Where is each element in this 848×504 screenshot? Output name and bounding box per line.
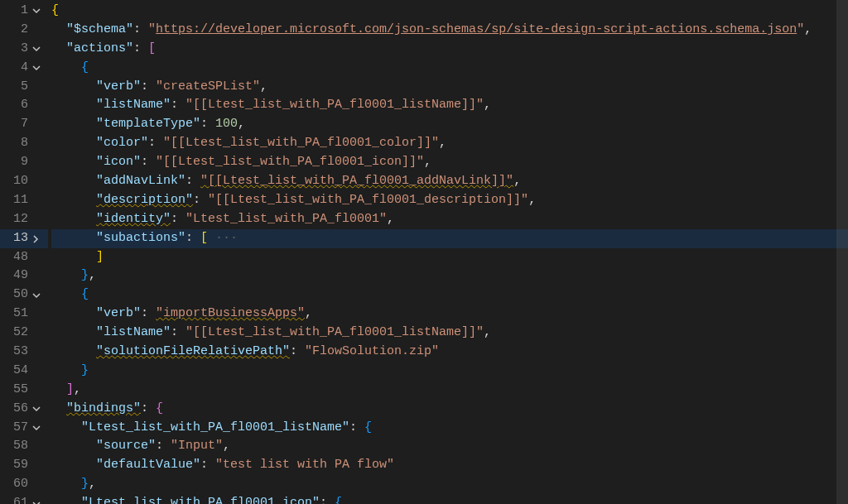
line-number: 61 xyxy=(7,494,28,504)
gutter-line: 57 xyxy=(0,419,48,438)
punctuation xyxy=(51,437,96,456)
punctuation: : xyxy=(193,191,208,210)
gutter-line: 49 xyxy=(0,266,48,286)
vertical-scrollbar[interactable] xyxy=(836,0,848,504)
code-line[interactable]: ], xyxy=(51,381,848,400)
punctuation xyxy=(51,153,96,172)
fold-expanded-icon[interactable] xyxy=(28,63,43,73)
code-line[interactable]: }, xyxy=(51,475,848,494)
code-line[interactable]: "addNavLink": "[[Ltest_list_with_PA_fl00… xyxy=(51,172,848,191)
gutter-line: 5 xyxy=(0,78,48,97)
json-string: "[[Ltest_list_with_PA_fl0001_color]]" xyxy=(163,134,439,153)
gutter-line: 6 xyxy=(0,96,48,115)
code-line[interactable]: "source": "Input", xyxy=(51,437,848,456)
line-number: 4 xyxy=(7,59,28,78)
fold-collapsed-icon[interactable] xyxy=(28,233,43,243)
line-number: 48 xyxy=(7,248,28,267)
punctuation: { xyxy=(51,2,59,21)
code-line[interactable]: "Ltest_list_with_PA_fl0001_icon": { xyxy=(51,494,848,504)
code-line[interactable]: { xyxy=(51,59,848,78)
line-number: 12 xyxy=(7,210,28,229)
punctuation: [ xyxy=(148,40,156,59)
punctuation xyxy=(51,229,96,248)
json-key: "verb" xyxy=(96,305,141,324)
code-line[interactable]: "bindings": { xyxy=(51,400,848,419)
line-number: 9 xyxy=(7,153,28,172)
json-key: "listName" xyxy=(96,96,171,115)
gutter-line: 54 xyxy=(0,362,48,381)
json-string: "[[Ltest_list_with_PA_fl0001_addNavLink]… xyxy=(200,172,513,191)
code-line[interactable]: { xyxy=(51,2,848,21)
code-line[interactable]: ] xyxy=(51,248,848,267)
code-line[interactable]: "description": "[[Ltest_list_with_PA_fl0… xyxy=(51,191,848,210)
json-key: "solutionFileRelativePath" xyxy=(96,343,290,362)
code-line[interactable]: "$schema": "https://developer.microsoft.… xyxy=(51,21,848,40)
fold-expanded-icon[interactable] xyxy=(28,6,43,16)
punctuation xyxy=(51,456,96,475)
gutter: 1234567891011121348495051525354555657585… xyxy=(0,0,48,504)
fold-ellipsis: ··· xyxy=(208,229,238,248)
gutter-line: 3 xyxy=(0,40,48,59)
code-area[interactable]: { "$schema": "https://developer.microsof… xyxy=(48,0,848,504)
gutter-line: 12 xyxy=(0,210,48,229)
fold-expanded-icon[interactable] xyxy=(28,44,43,54)
gutter-line: 13 xyxy=(0,229,48,248)
punctuation xyxy=(51,400,66,419)
gutter-line: 51 xyxy=(0,305,48,324)
punctuation: , xyxy=(89,475,96,494)
code-line[interactable]: "verb": "createSPList", xyxy=(51,78,848,97)
line-number: 6 xyxy=(7,96,28,115)
code-line[interactable]: }, xyxy=(51,266,848,286)
punctuation: : xyxy=(141,305,156,324)
code-line[interactable]: "listName": "[[Ltest_list_with_PA_fl0001… xyxy=(51,96,848,115)
fold-expanded-icon[interactable] xyxy=(28,290,43,300)
gutter-line: 61 xyxy=(0,494,48,504)
punctuation: } xyxy=(81,475,89,494)
scrollbar-thumb[interactable] xyxy=(836,0,848,504)
json-key: "subactions" xyxy=(96,229,186,248)
line-number: 52 xyxy=(7,324,28,343)
code-line[interactable]: } xyxy=(51,362,848,381)
json-key: "description" xyxy=(96,191,193,210)
gutter-line: 52 xyxy=(0,324,48,343)
line-number: 56 xyxy=(7,400,28,419)
json-string: "FlowSolution.zip" xyxy=(305,343,439,362)
code-line[interactable]: "solutionFileRelativePath": "FlowSolutio… xyxy=(51,343,848,362)
punctuation: : xyxy=(349,419,364,438)
fold-expanded-icon[interactable] xyxy=(28,423,43,433)
json-string: "Ltest_list_with_PA_fl0001" xyxy=(186,210,387,229)
code-line[interactable]: { xyxy=(51,286,848,305)
code-line[interactable]: "identity": "Ltest_list_with_PA_fl0001", xyxy=(51,210,848,229)
code-editor[interactable]: 1234567891011121348495051525354555657585… xyxy=(0,0,848,504)
punctuation: : xyxy=(290,343,305,362)
code-line[interactable]: "subactions": [ ··· xyxy=(51,229,848,248)
gutter-line: 11 xyxy=(0,191,48,210)
json-string: "[[Ltest_list_with_PA_fl0001_listName]]" xyxy=(186,324,484,343)
code-line[interactable]: "color": "[[Ltest_list_with_PA_fl0001_co… xyxy=(51,134,848,153)
line-number: 50 xyxy=(7,286,28,305)
punctuation: : xyxy=(133,40,148,59)
punctuation: , xyxy=(89,266,96,286)
punctuation: : xyxy=(200,456,215,475)
punctuation xyxy=(51,191,96,210)
punctuation xyxy=(51,324,96,343)
line-number: 57 xyxy=(7,419,28,438)
fold-expanded-icon[interactable] xyxy=(28,499,43,504)
punctuation: , xyxy=(305,305,312,324)
line-number: 5 xyxy=(7,78,28,97)
code-line[interactable]: "Ltest_list_with_PA_fl0001_listName": { xyxy=(51,419,848,438)
punctuation xyxy=(51,475,81,494)
punctuation xyxy=(51,40,66,59)
json-string: "createSPList" xyxy=(156,78,260,97)
punctuation: , xyxy=(484,96,491,115)
fold-expanded-icon[interactable] xyxy=(28,404,43,414)
code-line[interactable]: "icon": "[[Ltest_list_with_PA_fl0001_ico… xyxy=(51,153,848,172)
code-line[interactable]: "templateType": 100, xyxy=(51,115,848,134)
punctuation xyxy=(51,494,81,504)
code-line[interactable]: "verb": "importBusinessApps", xyxy=(51,305,848,324)
code-line[interactable]: "actions": [ xyxy=(51,40,848,59)
punctuation: , xyxy=(804,21,812,40)
code-line[interactable]: "defaultValue": "test list with PA flow" xyxy=(51,456,848,475)
code-line[interactable]: "listName": "[[Ltest_list_with_PA_fl0001… xyxy=(51,324,848,343)
gutter-line: 55 xyxy=(0,381,48,400)
